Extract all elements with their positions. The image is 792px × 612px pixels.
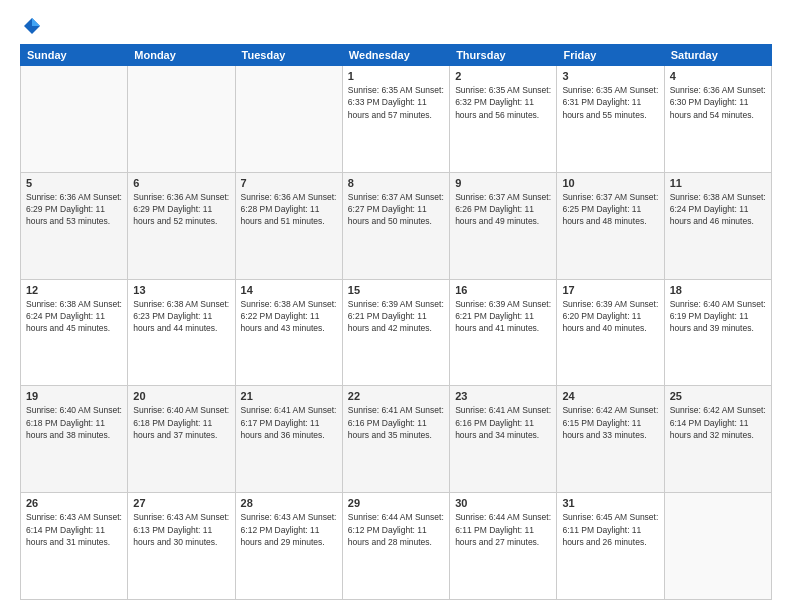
day-number: 22 xyxy=(348,390,444,402)
svg-marker-1 xyxy=(32,18,40,26)
day-info: Sunrise: 6:37 AM Sunset: 6:27 PM Dayligh… xyxy=(348,191,444,228)
day-number: 30 xyxy=(455,497,551,509)
day-number: 16 xyxy=(455,284,551,296)
day-number: 19 xyxy=(26,390,122,402)
calendar-cell: 18Sunrise: 6:40 AM Sunset: 6:19 PM Dayli… xyxy=(664,279,771,386)
calendar-cell: 1Sunrise: 6:35 AM Sunset: 6:33 PM Daylig… xyxy=(342,66,449,173)
calendar-cell: 30Sunrise: 6:44 AM Sunset: 6:11 PM Dayli… xyxy=(450,493,557,600)
calendar-cell: 5Sunrise: 6:36 AM Sunset: 6:29 PM Daylig… xyxy=(21,172,128,279)
calendar-cell: 4Sunrise: 6:36 AM Sunset: 6:30 PM Daylig… xyxy=(664,66,771,173)
day-info: Sunrise: 6:41 AM Sunset: 6:16 PM Dayligh… xyxy=(348,404,444,441)
day-number: 9 xyxy=(455,177,551,189)
day-number: 1 xyxy=(348,70,444,82)
day-info: Sunrise: 6:36 AM Sunset: 6:28 PM Dayligh… xyxy=(241,191,337,228)
day-info: Sunrise: 6:40 AM Sunset: 6:18 PM Dayligh… xyxy=(26,404,122,441)
day-number: 21 xyxy=(241,390,337,402)
day-number: 28 xyxy=(241,497,337,509)
day-number: 12 xyxy=(26,284,122,296)
weekday-header-row: SundayMondayTuesdayWednesdayThursdayFrid… xyxy=(21,45,772,66)
day-number: 25 xyxy=(670,390,766,402)
calendar-cell: 3Sunrise: 6:35 AM Sunset: 6:31 PM Daylig… xyxy=(557,66,664,173)
logo-icon xyxy=(22,16,42,36)
day-number: 13 xyxy=(133,284,229,296)
day-number: 29 xyxy=(348,497,444,509)
day-info: Sunrise: 6:37 AM Sunset: 6:25 PM Dayligh… xyxy=(562,191,658,228)
day-number: 20 xyxy=(133,390,229,402)
calendar-cell: 25Sunrise: 6:42 AM Sunset: 6:14 PM Dayli… xyxy=(664,386,771,493)
weekday-header-friday: Friday xyxy=(557,45,664,66)
week-row-5: 26Sunrise: 6:43 AM Sunset: 6:14 PM Dayli… xyxy=(21,493,772,600)
calendar-cell: 16Sunrise: 6:39 AM Sunset: 6:21 PM Dayli… xyxy=(450,279,557,386)
calendar-cell xyxy=(128,66,235,173)
week-row-2: 5Sunrise: 6:36 AM Sunset: 6:29 PM Daylig… xyxy=(21,172,772,279)
day-number: 17 xyxy=(562,284,658,296)
day-info: Sunrise: 6:37 AM Sunset: 6:26 PM Dayligh… xyxy=(455,191,551,228)
day-number: 26 xyxy=(26,497,122,509)
day-number: 10 xyxy=(562,177,658,189)
day-info: Sunrise: 6:43 AM Sunset: 6:12 PM Dayligh… xyxy=(241,511,337,548)
calendar-cell: 22Sunrise: 6:41 AM Sunset: 6:16 PM Dayli… xyxy=(342,386,449,493)
day-info: Sunrise: 6:38 AM Sunset: 6:24 PM Dayligh… xyxy=(670,191,766,228)
calendar-cell: 31Sunrise: 6:45 AM Sunset: 6:11 PM Dayli… xyxy=(557,493,664,600)
day-info: Sunrise: 6:42 AM Sunset: 6:15 PM Dayligh… xyxy=(562,404,658,441)
day-info: Sunrise: 6:39 AM Sunset: 6:21 PM Dayligh… xyxy=(455,298,551,335)
calendar-cell xyxy=(235,66,342,173)
weekday-header-sunday: Sunday xyxy=(21,45,128,66)
day-info: Sunrise: 6:36 AM Sunset: 6:29 PM Dayligh… xyxy=(133,191,229,228)
day-number: 5 xyxy=(26,177,122,189)
day-number: 6 xyxy=(133,177,229,189)
day-info: Sunrise: 6:38 AM Sunset: 6:23 PM Dayligh… xyxy=(133,298,229,335)
day-info: Sunrise: 6:40 AM Sunset: 6:19 PM Dayligh… xyxy=(670,298,766,335)
calendar-cell: 7Sunrise: 6:36 AM Sunset: 6:28 PM Daylig… xyxy=(235,172,342,279)
day-info: Sunrise: 6:43 AM Sunset: 6:14 PM Dayligh… xyxy=(26,511,122,548)
weekday-header-saturday: Saturday xyxy=(664,45,771,66)
calendar-cell: 21Sunrise: 6:41 AM Sunset: 6:17 PM Dayli… xyxy=(235,386,342,493)
calendar-cell: 13Sunrise: 6:38 AM Sunset: 6:23 PM Dayli… xyxy=(128,279,235,386)
calendar-cell: 14Sunrise: 6:38 AM Sunset: 6:22 PM Dayli… xyxy=(235,279,342,386)
calendar-cell: 23Sunrise: 6:41 AM Sunset: 6:16 PM Dayli… xyxy=(450,386,557,493)
week-row-1: 1Sunrise: 6:35 AM Sunset: 6:33 PM Daylig… xyxy=(21,66,772,173)
calendar-cell xyxy=(664,493,771,600)
day-number: 31 xyxy=(562,497,658,509)
calendar-cell: 15Sunrise: 6:39 AM Sunset: 6:21 PM Dayli… xyxy=(342,279,449,386)
calendar-table: SundayMondayTuesdayWednesdayThursdayFrid… xyxy=(20,44,772,600)
day-info: Sunrise: 6:36 AM Sunset: 6:30 PM Dayligh… xyxy=(670,84,766,121)
header xyxy=(20,16,772,36)
week-row-3: 12Sunrise: 6:38 AM Sunset: 6:24 PM Dayli… xyxy=(21,279,772,386)
calendar-cell: 24Sunrise: 6:42 AM Sunset: 6:15 PM Dayli… xyxy=(557,386,664,493)
calendar-cell: 2Sunrise: 6:35 AM Sunset: 6:32 PM Daylig… xyxy=(450,66,557,173)
calendar-cell: 28Sunrise: 6:43 AM Sunset: 6:12 PM Dayli… xyxy=(235,493,342,600)
day-info: Sunrise: 6:43 AM Sunset: 6:13 PM Dayligh… xyxy=(133,511,229,548)
week-row-4: 19Sunrise: 6:40 AM Sunset: 6:18 PM Dayli… xyxy=(21,386,772,493)
day-number: 24 xyxy=(562,390,658,402)
day-number: 2 xyxy=(455,70,551,82)
day-number: 15 xyxy=(348,284,444,296)
logo xyxy=(20,16,42,36)
calendar-cell: 8Sunrise: 6:37 AM Sunset: 6:27 PM Daylig… xyxy=(342,172,449,279)
day-number: 8 xyxy=(348,177,444,189)
calendar-cell: 27Sunrise: 6:43 AM Sunset: 6:13 PM Dayli… xyxy=(128,493,235,600)
day-info: Sunrise: 6:39 AM Sunset: 6:21 PM Dayligh… xyxy=(348,298,444,335)
day-info: Sunrise: 6:38 AM Sunset: 6:24 PM Dayligh… xyxy=(26,298,122,335)
day-info: Sunrise: 6:38 AM Sunset: 6:22 PM Dayligh… xyxy=(241,298,337,335)
calendar-cell: 26Sunrise: 6:43 AM Sunset: 6:14 PM Dayli… xyxy=(21,493,128,600)
day-number: 23 xyxy=(455,390,551,402)
day-number: 11 xyxy=(670,177,766,189)
weekday-header-thursday: Thursday xyxy=(450,45,557,66)
calendar-cell: 17Sunrise: 6:39 AM Sunset: 6:20 PM Dayli… xyxy=(557,279,664,386)
day-info: Sunrise: 6:44 AM Sunset: 6:11 PM Dayligh… xyxy=(455,511,551,548)
day-info: Sunrise: 6:45 AM Sunset: 6:11 PM Dayligh… xyxy=(562,511,658,548)
day-info: Sunrise: 6:36 AM Sunset: 6:29 PM Dayligh… xyxy=(26,191,122,228)
calendar-cell: 19Sunrise: 6:40 AM Sunset: 6:18 PM Dayli… xyxy=(21,386,128,493)
page: SundayMondayTuesdayWednesdayThursdayFrid… xyxy=(0,0,792,612)
calendar-cell: 6Sunrise: 6:36 AM Sunset: 6:29 PM Daylig… xyxy=(128,172,235,279)
day-info: Sunrise: 6:39 AM Sunset: 6:20 PM Dayligh… xyxy=(562,298,658,335)
day-info: Sunrise: 6:35 AM Sunset: 6:33 PM Dayligh… xyxy=(348,84,444,121)
day-number: 3 xyxy=(562,70,658,82)
day-info: Sunrise: 6:41 AM Sunset: 6:16 PM Dayligh… xyxy=(455,404,551,441)
day-number: 18 xyxy=(670,284,766,296)
day-info: Sunrise: 6:35 AM Sunset: 6:31 PM Dayligh… xyxy=(562,84,658,121)
calendar-cell: 29Sunrise: 6:44 AM Sunset: 6:12 PM Dayli… xyxy=(342,493,449,600)
day-number: 14 xyxy=(241,284,337,296)
calendar-cell: 10Sunrise: 6:37 AM Sunset: 6:25 PM Dayli… xyxy=(557,172,664,279)
